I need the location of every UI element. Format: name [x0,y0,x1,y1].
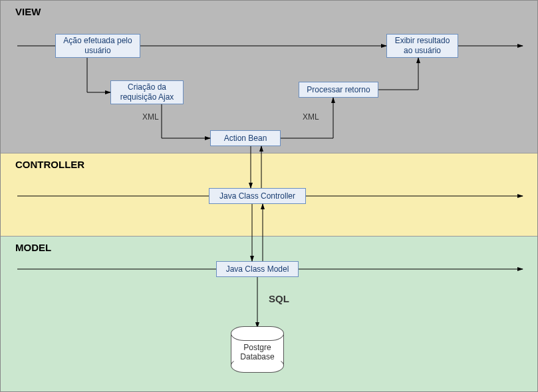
label-xml-down: XML [142,112,159,122]
node-process-return: Processar retorno [299,82,378,98]
mvc-diagram: VIEW CONTROLLER MODEL Ação efetuada pelo… [0,0,538,392]
database-label: Postgre Database [231,343,284,362]
node-model-class: Java Class Model [216,261,299,277]
node-ajax-request: Criação da requisição Ajax [110,80,184,104]
layer-model-title: MODEL [15,242,51,253]
node-action-bean: Action Bean [210,130,281,146]
node-user-action: Ação efetuada pelo usuário [55,34,140,58]
node-controller-class: Java Class Controller [209,188,306,204]
label-sql: SQL [269,293,289,304]
node-database: Postgre Database [231,326,284,373]
layer-controller-title: CONTROLLER [15,159,84,170]
label-xml-up: XML [303,112,319,122]
node-show-result: Exibir resultado ao usuário [386,34,458,58]
layer-view-title: VIEW [15,6,41,17]
